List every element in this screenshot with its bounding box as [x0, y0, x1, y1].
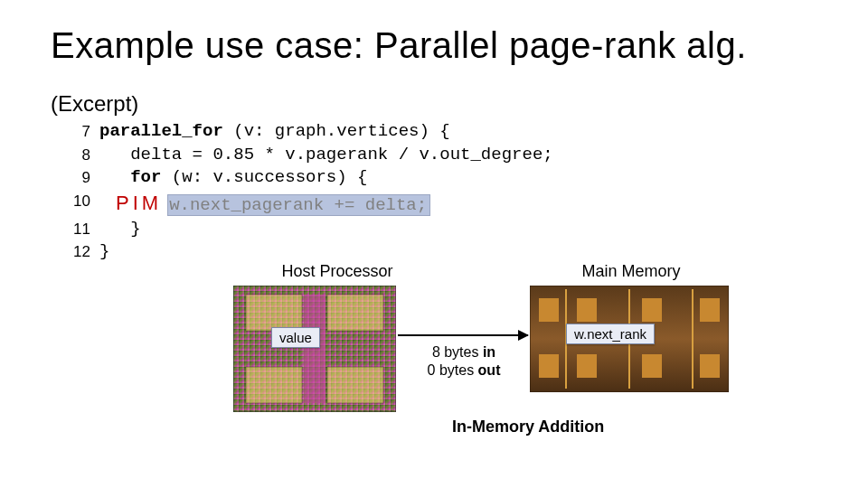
highlighted-statement: w.next_pagerank += delta; [167, 194, 430, 216]
code-line: for (w: v.successors) { [99, 166, 825, 190]
code-block: 7 parallel_for (v: graph.vertices) { 8 d… [60, 120, 825, 264]
code-line: } [99, 218, 825, 241]
code-line: } [99, 240, 825, 264]
data-flow-arrow-icon [398, 334, 528, 336]
pim-label: PIM [116, 190, 162, 217]
host-processor-chip-icon [233, 286, 396, 412]
svg-rect-18 [642, 354, 662, 378]
svg-rect-16 [539, 354, 559, 378]
line-number: 10 [60, 190, 90, 218]
slide: Example use case: Parallel page-rank alg… [0, 0, 868, 488]
page-title: Example use case: Parallel page-rank alg… [51, 25, 825, 66]
svg-rect-4 [327, 295, 383, 331]
svg-rect-12 [539, 298, 559, 322]
diagram-caption: In-Memory Addition [452, 418, 604, 436]
svg-rect-19 [700, 354, 720, 378]
code-line-pim: PIMw.next_pagerank += delta; [99, 190, 825, 218]
svg-rect-7 [304, 295, 326, 403]
code-line: parallel_for (v: graph.vertices) { [99, 120, 825, 144]
host-processor-title: Host Processor [247, 262, 428, 281]
svg-rect-3 [246, 295, 302, 331]
svg-rect-17 [577, 354, 597, 378]
line-number: 9 [60, 166, 90, 190]
line-number: 11 [60, 218, 90, 241]
code-line: delta = 0.85 * v.pagerank / v.out_degree… [99, 144, 825, 167]
svg-rect-15 [700, 298, 720, 322]
svg-rect-13 [577, 298, 597, 322]
svg-rect-14 [642, 298, 662, 322]
next-rank-badge: w.next_rank [566, 324, 655, 344]
transfer-size-label: 8 bytes in 0 bytes out [410, 343, 517, 380]
line-number: 7 [60, 120, 90, 144]
excerpt-label: (Excerpt) [51, 91, 825, 117]
svg-rect-6 [327, 367, 383, 403]
svg-rect-5 [246, 367, 302, 403]
main-memory-title: Main Memory [541, 262, 722, 281]
line-number: 8 [60, 144, 90, 167]
value-badge: value [271, 327, 320, 348]
line-number: 12 [60, 240, 90, 264]
